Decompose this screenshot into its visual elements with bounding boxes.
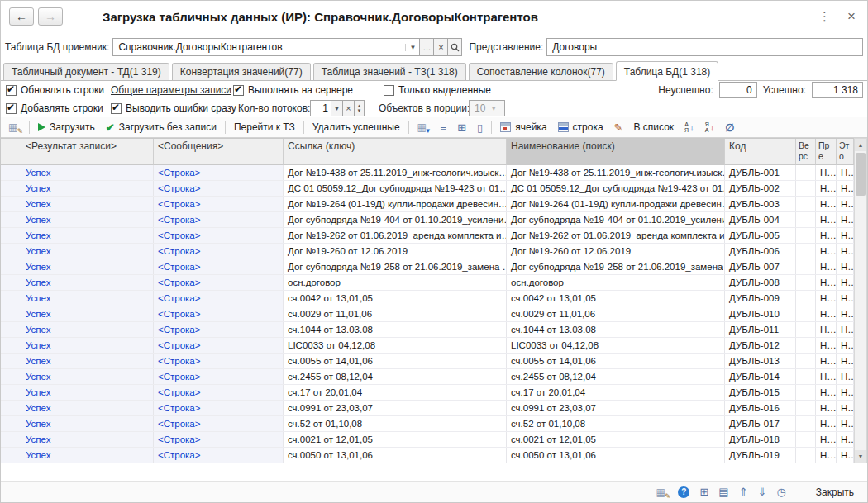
cell-link[interactable]: Дог №19-262 от 01.06.2019_аренда комплек…	[284, 228, 507, 243]
cell-pre[interactable]: Н…	[816, 401, 837, 415]
cell-code[interactable]: ДУБЛЬ-014	[725, 369, 796, 384]
cell-eto[interactable]: Н…	[837, 165, 854, 180]
cell-row-marker[interactable]	[1, 275, 21, 290]
cell-result[interactable]: Успех	[21, 228, 154, 243]
cell-pre[interactable]: Н…	[816, 432, 837, 447]
table-row[interactable]: Успех <Строка> осн.договор осн.договор Д…	[1, 275, 854, 291]
cell-result[interactable]: Успех	[21, 275, 154, 290]
col-header-pre[interactable]: Пре	[816, 139, 837, 165]
cell-eto[interactable]: Н…	[837, 275, 854, 290]
cell-message[interactable]: <Строка>	[154, 401, 284, 415]
cell-version[interactable]	[796, 291, 816, 306]
history-icon[interactable]: ◷	[776, 486, 785, 498]
filter-table-icon[interactable]: ▦▼	[417, 121, 430, 133]
row-button[interactable]: строка	[556, 120, 606, 135]
cell-link[interactable]: LIC0033 от 04,12,08	[284, 338, 507, 353]
cell-version[interactable]	[796, 385, 816, 400]
more-menu-icon[interactable]: ⋮	[818, 9, 831, 24]
cell-eto[interactable]: Н…	[837, 259, 854, 274]
cell-pre[interactable]: Н…	[816, 244, 837, 259]
cell-version[interactable]	[796, 401, 816, 415]
cell-code[interactable]: ДУБЛЬ-010	[725, 306, 796, 321]
delete-successful-button[interactable]: Удалить успешные	[310, 120, 403, 135]
cell-result[interactable]: Успех	[21, 385, 154, 400]
cell-result[interactable]: Успех	[21, 338, 154, 353]
col-header-version[interactable]: Верс	[796, 139, 816, 165]
thread-count-field[interactable]: 1 ▼ × ▲▼	[310, 100, 365, 116]
cell-link[interactable]: сч.2455 от 08,12,04	[284, 369, 507, 384]
cell-eto[interactable]: Н…	[837, 369, 854, 384]
cell-version[interactable]	[796, 416, 816, 431]
common-write-params-link[interactable]: Общие параметры записи	[111, 82, 231, 98]
table-row[interactable]: Успех <Строка> сч.17 от 20,01,04 сч.17 о…	[1, 385, 854, 401]
cell-message[interactable]: <Строка>	[154, 385, 284, 400]
table-row[interactable]: Успех <Строка> сч.0042 от 13,01,05 сч.00…	[1, 291, 854, 306]
cell-eto[interactable]: Н…	[837, 197, 854, 211]
cell-message[interactable]: <Строка>	[154, 244, 284, 259]
cell-name[interactable]: осн.договор	[507, 275, 725, 290]
cell-result[interactable]: Успех	[21, 448, 154, 463]
empty-set-icon[interactable]: ∅	[723, 120, 737, 135]
cell-result[interactable]: Успех	[21, 322, 154, 337]
cell-message[interactable]: <Строка>	[154, 448, 284, 463]
goto-tz-button[interactable]: Перейти к ТЗ	[231, 120, 298, 135]
cell-pre[interactable]: Н…	[816, 275, 837, 290]
cell-pre[interactable]: Н…	[816, 181, 837, 196]
load-button[interactable]: Загрузить	[36, 120, 98, 135]
back-button[interactable]: ←	[9, 7, 34, 26]
table-row[interactable]: Успех <Строка> сч.2455 от 08,12,04 сч.24…	[1, 369, 854, 385]
cell-result[interactable]: Успех	[21, 432, 154, 447]
cell-row-marker[interactable]	[1, 212, 21, 227]
cell-pre[interactable]: Н…	[816, 322, 837, 337]
thread-count-spinner[interactable]: ▲▼	[355, 100, 365, 116]
cell-pre[interactable]: Н…	[816, 212, 837, 227]
cell-eto[interactable]: Н…	[837, 291, 854, 306]
cell-row-marker[interactable]	[1, 259, 21, 274]
edit-form-icon[interactable]: ▦✎	[656, 486, 668, 498]
table-row[interactable]: Успех <Строка> сч.0050 от 13,01,06 сч.00…	[1, 448, 854, 463]
cell-pre[interactable]: Н…	[816, 306, 837, 321]
cell-link[interactable]: сч.0029 от 11,01,06	[284, 306, 507, 321]
cell-code[interactable]: ДУБЛЬ-002	[725, 181, 796, 196]
table-row[interactable]: Успех <Строка> сч.0029 от 11,01,06 сч.00…	[1, 306, 854, 322]
scroll-down-icon[interactable]: ▼	[855, 450, 866, 463]
cell-row-marker[interactable]	[1, 416, 21, 431]
cell-version[interactable]	[796, 275, 816, 290]
cell-version[interactable]	[796, 432, 816, 447]
db-table-combobox[interactable]: Справочник.ДоговорыКонтрагентов ▼	[112, 38, 420, 56]
table-row[interactable]: Успех <Строка> Дог субподряда №19-404 от…	[1, 212, 854, 228]
cell-code[interactable]: ДУБЛЬ-012	[725, 338, 796, 353]
cell-message[interactable]: <Строка>	[154, 165, 284, 180]
open-window-icon[interactable]: ⊞	[699, 486, 708, 498]
cell-pre[interactable]: Н…	[816, 259, 837, 274]
cell-link[interactable]: Дог №19-264 (01-19Д) купли-продажи древе…	[284, 197, 507, 211]
cell-message[interactable]: <Строка>	[154, 338, 284, 353]
col-header-result[interactable]: <Результат записи>	[21, 139, 154, 165]
cell-name[interactable]: сч.0991 от 23,03,07	[507, 401, 725, 415]
load-no-write-button[interactable]: ✔ Загрузить без записи	[103, 120, 219, 135]
col-header-eto[interactable]: Это	[837, 139, 854, 165]
show-errors-checkbox[interactable]: Выводить ошибки сразу	[111, 100, 236, 116]
vertical-scrollbar[interactable]: ▲ ▼	[854, 138, 867, 463]
cell-eto[interactable]: Н…	[837, 448, 854, 463]
cell-code[interactable]: ДУБЛЬ-018	[725, 432, 796, 447]
cell-row-marker[interactable]	[1, 165, 21, 180]
brush-icon[interactable]: ✎	[612, 120, 626, 135]
cell-code[interactable]: ДУБЛЬ-003	[725, 197, 796, 211]
cell-version[interactable]	[796, 181, 816, 196]
cell-name[interactable]: сч.17 от 20,01,04	[507, 385, 725, 400]
cell-version[interactable]	[796, 322, 816, 337]
cell-row-marker[interactable]	[1, 197, 21, 211]
cell-result[interactable]: Успех	[21, 259, 154, 274]
table-row[interactable]: Успех <Строка> Дог №19-438 от 25.11.2019…	[1, 165, 854, 181]
cell-pre[interactable]: Н…	[816, 291, 837, 306]
dropdown-icon[interactable]: ▼	[405, 44, 419, 51]
search-button[interactable]	[448, 38, 462, 56]
table-row[interactable]: Успех <Строка> Дог №19-264 (01-19Д) купл…	[1, 197, 854, 212]
cell-row-marker[interactable]	[1, 228, 21, 243]
cell-eto[interactable]: Н…	[837, 416, 854, 431]
cell-version[interactable]	[796, 448, 816, 463]
failed-count-field[interactable]: 0	[719, 82, 757, 98]
cell-row-marker[interactable]	[1, 448, 21, 463]
close-window-icon[interactable]: ×	[847, 8, 856, 25]
